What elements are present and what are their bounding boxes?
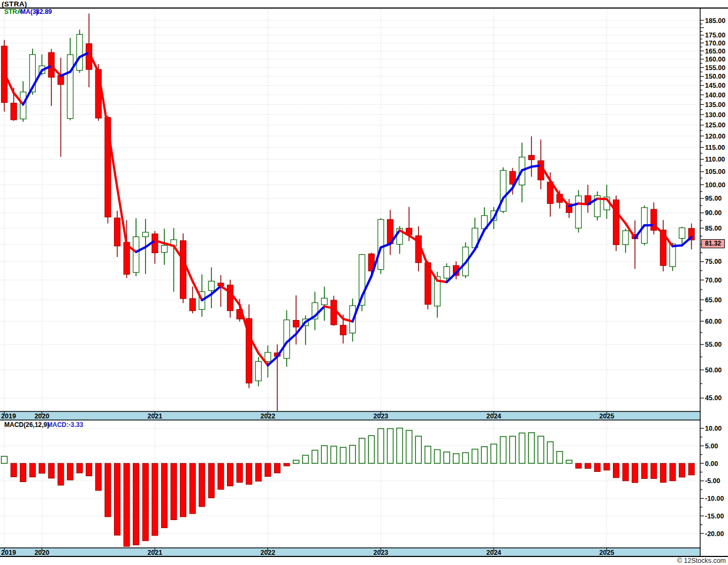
- svg-text:2021: 2021: [147, 549, 162, 556]
- macd-bar: [528, 433, 534, 463]
- candle-body: [152, 234, 158, 253]
- macd-bar: [378, 429, 384, 463]
- macd-bar: [312, 450, 318, 463]
- macd-bar: [246, 463, 252, 484]
- macd-bar: [651, 463, 657, 478]
- macd-bar: [613, 463, 619, 478]
- svg-text:90.00: 90.00: [705, 209, 722, 217]
- svg-text:0.00: 0.00: [705, 460, 718, 468]
- macd-bar: [48, 463, 54, 478]
- svg-text:2020: 2020: [34, 549, 49, 556]
- svg-text:5.00: 5.00: [705, 442, 718, 450]
- svg-text:150.00: 150.00: [705, 73, 725, 80]
- macd-bar: [670, 463, 676, 481]
- macd-bar: [547, 442, 553, 463]
- macd-bar: [425, 446, 431, 463]
- stock-chart-page: 2019202020212022202320242025201920202021…: [0, 0, 728, 565]
- svg-text:155.00: 155.00: [705, 64, 725, 72]
- svg-text:170.00: 170.00: [705, 40, 725, 47]
- svg-text:140.00: 140.00: [705, 91, 725, 99]
- macd-bar: [481, 447, 487, 463]
- macd-bar: [604, 463, 610, 470]
- svg-text:2019: 2019: [1, 549, 16, 556]
- candle-body: [161, 246, 167, 253]
- macd-bar: [58, 463, 64, 485]
- svg-text:2021: 2021: [147, 413, 162, 420]
- candle-body: [189, 299, 195, 311]
- macd-bar: [415, 436, 421, 463]
- copyright-watermark: © 12Stocks.com: [677, 558, 726, 564]
- candle-body: [208, 281, 214, 290]
- macd-bar: [510, 436, 515, 463]
- macd-bar: [641, 463, 647, 478]
- legend-ma-value: 82.89: [36, 9, 52, 15]
- macd-bar: [133, 463, 139, 545]
- candle-body: [528, 155, 534, 159]
- candle-body: [142, 232, 148, 236]
- candle-body: [293, 320, 299, 327]
- macd-bar: [434, 449, 440, 463]
- svg-text:165.00: 165.00: [705, 48, 725, 55]
- macd-bar: [124, 463, 130, 546]
- svg-text:2023: 2023: [373, 413, 388, 420]
- svg-text:-5.00: -5.00: [705, 477, 721, 485]
- svg-text:175.00: 175.00: [705, 32, 725, 39]
- page-title: (STRA): [2, 1, 27, 8]
- candle-body: [444, 266, 450, 278]
- macd-bar: [321, 446, 327, 463]
- last-price-marker: 81.32: [701, 239, 725, 248]
- svg-text:145.00: 145.00: [705, 82, 725, 89]
- macd-bar: [660, 463, 666, 483]
- svg-text:2025: 2025: [600, 549, 615, 556]
- macd-legend-value: MACD:-3.33: [47, 422, 83, 428]
- macd-bar: [557, 452, 563, 463]
- macd-bar: [208, 463, 214, 498]
- svg-text:2020: 2020: [34, 413, 49, 420]
- svg-text:110.00: 110.00: [705, 156, 725, 163]
- macd-bar: [161, 463, 167, 528]
- candle-body: [180, 241, 186, 299]
- svg-text:2022: 2022: [260, 549, 275, 556]
- macd-bar: [171, 463, 177, 520]
- candle-body: [133, 237, 139, 273]
- ma3-segment: [437, 281, 447, 282]
- ma3-segment: [532, 165, 541, 166]
- candle-body: [623, 231, 628, 245]
- macd-bar: [77, 463, 82, 473]
- candle-body: [340, 325, 346, 335]
- svg-text:70.00: 70.00: [705, 277, 722, 284]
- macd-bar: [284, 463, 290, 466]
- macd-bar: [387, 429, 393, 463]
- candle-body: [670, 244, 676, 266]
- macd-bar: [105, 463, 111, 517]
- svg-text:10.00: 10.00: [705, 425, 722, 432]
- macd-bar: [255, 463, 261, 481]
- macd-bar: [152, 463, 158, 536]
- svg-text:-20.00: -20.00: [705, 530, 724, 538]
- macd-bar: [189, 463, 195, 514]
- candle-body: [265, 353, 271, 362]
- macd-bar: [688, 463, 694, 475]
- macd-bar: [39, 463, 45, 474]
- ma3-segment: [673, 246, 682, 247]
- svg-text:2022: 2022: [260, 413, 275, 420]
- macd-bar: [397, 428, 403, 463]
- macd-bar: [406, 430, 412, 463]
- macd-bar: [237, 463, 242, 483]
- candle-body: [378, 219, 384, 270]
- time-axis-band-mid: 2019202020212022202320242025: [0, 411, 700, 420]
- svg-text:2019: 2019: [1, 413, 16, 420]
- candle-body: [500, 170, 506, 211]
- macd-bar: [340, 447, 346, 463]
- macd-bar: [142, 463, 148, 541]
- macd-bar: [632, 463, 638, 483]
- candle-body: [321, 298, 327, 304]
- svg-text:2024: 2024: [487, 549, 502, 556]
- legend-symbol: STRA: [4, 9, 22, 15]
- svg-text:135.00: 135.00: [705, 101, 725, 109]
- macd-bar: [472, 449, 478, 463]
- macd-bar: [462, 453, 468, 463]
- svg-text:55.00: 55.00: [705, 341, 722, 348]
- macd-legend-label: MACD(26,12,9): [4, 422, 49, 428]
- svg-text:65.00: 65.00: [705, 296, 722, 304]
